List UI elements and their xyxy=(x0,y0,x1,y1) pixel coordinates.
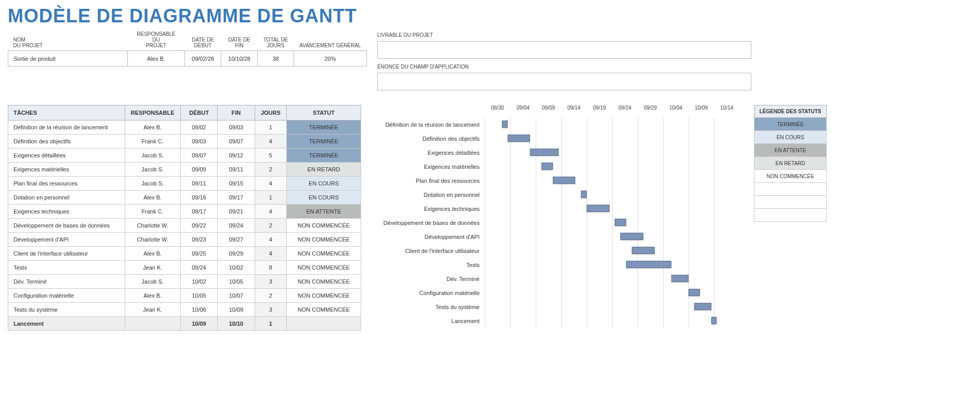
task-name-cell[interactable]: Tests xyxy=(8,261,125,275)
task-owner-cell[interactable]: Jean K. xyxy=(125,303,180,317)
task-end-cell[interactable]: 09/24 xyxy=(218,219,255,233)
task-status-cell[interactable]: TERMINÉE xyxy=(286,135,361,149)
task-start-cell[interactable]: 09/16 xyxy=(180,191,218,205)
task-days-cell[interactable]: 4 xyxy=(255,177,286,191)
task-days-cell[interactable]: 1 xyxy=(255,317,286,331)
task-days-cell[interactable]: 4 xyxy=(255,233,286,247)
task-name-cell[interactable]: Développement de bases de données xyxy=(8,219,125,233)
table-row[interactable]: Configuration matérielleAlex B.10/0510/0… xyxy=(8,289,361,303)
task-days-cell[interactable]: 2 xyxy=(255,219,286,233)
task-name-cell[interactable]: Développement d'API xyxy=(8,233,125,247)
task-name-cell[interactable]: Définition des objectifs xyxy=(8,135,125,149)
task-start-cell[interactable]: 09/23 xyxy=(180,233,218,247)
task-owner-cell[interactable]: Alex B. xyxy=(125,121,180,135)
task-end-cell[interactable]: 09/12 xyxy=(218,149,255,163)
task-end-cell[interactable]: 09/15 xyxy=(218,177,255,191)
table-row[interactable]: Dév. TerminéJacob S.10/0210/053NON COMME… xyxy=(8,275,361,289)
task-start-cell[interactable]: 09/09 xyxy=(180,163,218,177)
task-status-cell[interactable]: TERMINÉE xyxy=(286,121,361,135)
task-owner-cell[interactable] xyxy=(125,317,180,331)
task-start-cell[interactable]: 10/02 xyxy=(180,275,218,289)
task-end-cell[interactable]: 10/05 xyxy=(218,275,255,289)
table-row[interactable]: Définition de la réunion de lancementAle… xyxy=(8,121,361,135)
summary-fin[interactable]: 10/10/28 xyxy=(221,51,258,66)
summary-debut[interactable]: 09/02/28 xyxy=(185,51,221,66)
task-status-cell[interactable]: NON COMMENCÉE xyxy=(286,275,361,289)
task-status-cell[interactable]: EN ATTENTE xyxy=(286,205,361,219)
task-name-cell[interactable]: Client de l'interface utilisateur xyxy=(8,247,125,261)
task-start-cell[interactable]: 09/17 xyxy=(180,205,218,219)
task-name-cell[interactable]: Exigences matérielles xyxy=(8,163,125,177)
task-owner-cell[interactable]: Jacob S. xyxy=(125,177,180,191)
task-start-cell[interactable]: 10/06 xyxy=(180,303,218,317)
task-days-cell[interactable]: 3 xyxy=(255,275,286,289)
task-status-cell[interactable]: NON COMMENCÉE xyxy=(286,233,361,247)
task-end-cell[interactable]: 09/29 xyxy=(218,247,255,261)
task-status-cell[interactable]: EN COURS xyxy=(286,191,361,205)
task-start-cell[interactable]: 09/11 xyxy=(180,177,218,191)
task-owner-cell[interactable]: Jacob S. xyxy=(125,149,180,163)
task-owner-cell[interactable]: Jacob S. xyxy=(125,163,180,177)
task-owner-cell[interactable]: Alex B. xyxy=(125,289,180,303)
task-name-cell[interactable]: Exigences détaillées xyxy=(8,149,125,163)
summary-jours[interactable]: 38 xyxy=(258,51,294,66)
task-name-cell[interactable]: Configuration matérielle xyxy=(8,289,125,303)
task-status-cell[interactable]: NON COMMENCÉE xyxy=(286,219,361,233)
summary-nom[interactable]: Sortie de produit xyxy=(8,51,128,66)
task-name-cell[interactable]: Lancement xyxy=(8,317,125,331)
task-end-cell[interactable]: 09/07 xyxy=(218,135,255,149)
table-row[interactable]: Exigences matériellesJacob S.09/0909/112… xyxy=(8,163,361,177)
task-days-cell[interactable]: 5 xyxy=(255,149,286,163)
table-row[interactable]: Plan final des ressourcesJacob S.09/1109… xyxy=(8,177,361,191)
task-end-cell[interactable]: 10/09 xyxy=(218,303,255,317)
task-start-cell[interactable]: 09/03 xyxy=(180,135,218,149)
task-start-cell[interactable]: 10/09 xyxy=(180,317,218,331)
task-end-cell[interactable]: 09/21 xyxy=(218,205,255,219)
task-owner-cell[interactable]: Jean K. xyxy=(125,261,180,275)
task-days-cell[interactable]: 1 xyxy=(255,121,286,135)
task-days-cell[interactable]: 1 xyxy=(255,191,286,205)
task-status-cell[interactable]: NON COMMENCÉE xyxy=(286,303,361,317)
livrable-input[interactable] xyxy=(377,41,751,59)
table-row[interactable]: Définition des objectifsFrank C.09/0309/… xyxy=(8,135,361,149)
summary-responsable[interactable]: Alex B. xyxy=(128,51,185,66)
scope-input[interactable] xyxy=(377,73,751,90)
task-status-cell[interactable]: EN COURS xyxy=(286,177,361,191)
task-end-cell[interactable]: 09/11 xyxy=(218,163,255,177)
task-start-cell[interactable]: 10/05 xyxy=(180,289,218,303)
table-row[interactable]: TestsJean K.09/2410/028NON COMMENCÉE xyxy=(8,261,361,275)
task-start-cell[interactable]: 09/24 xyxy=(180,261,218,275)
task-days-cell[interactable]: 2 xyxy=(255,289,286,303)
task-days-cell[interactable]: 2 xyxy=(255,163,286,177)
task-end-cell[interactable]: 10/02 xyxy=(218,261,255,275)
task-owner-cell[interactable]: Charlotte W. xyxy=(125,233,180,247)
task-end-cell[interactable]: 09/27 xyxy=(218,233,255,247)
task-end-cell[interactable]: 10/10 xyxy=(218,317,255,331)
task-status-cell[interactable]: NON COMMENCÉE xyxy=(286,247,361,261)
task-days-cell[interactable]: 3 xyxy=(255,303,286,317)
task-status-cell[interactable]: TERMINÉE xyxy=(286,149,361,163)
task-start-cell[interactable]: 09/22 xyxy=(180,219,218,233)
table-row[interactable]: Tests du systèmeJean K.10/0610/093NON CO… xyxy=(8,303,361,317)
task-start-cell[interactable]: 09/02 xyxy=(180,121,218,135)
task-status-cell[interactable]: NON COMMENCÉE xyxy=(286,261,361,275)
table-row[interactable]: Exigences techniquesFrank C.09/1709/214E… xyxy=(8,205,361,219)
table-row[interactable]: Client de l'interface utilisateurAlex B.… xyxy=(8,247,361,261)
task-name-cell[interactable]: Dév. Terminé xyxy=(8,275,125,289)
task-name-cell[interactable]: Plan final des ressources xyxy=(8,177,125,191)
table-row[interactable]: Développement de bases de donnéesCharlot… xyxy=(8,219,361,233)
table-row[interactable]: Lancement10/0910/101 xyxy=(8,317,361,331)
summary-avancement[interactable]: 20% xyxy=(294,51,367,66)
task-owner-cell[interactable]: Alex B. xyxy=(125,247,180,261)
task-name-cell[interactable]: Dotation en personnel xyxy=(8,191,125,205)
task-start-cell[interactable]: 09/07 xyxy=(180,149,218,163)
task-name-cell[interactable]: Définition de la réunion de lancement xyxy=(8,121,125,135)
task-owner-cell[interactable]: Jacob S. xyxy=(125,275,180,289)
task-owner-cell[interactable]: Frank C. xyxy=(125,135,180,149)
task-days-cell[interactable]: 8 xyxy=(255,261,286,275)
task-days-cell[interactable]: 4 xyxy=(255,247,286,261)
task-end-cell[interactable]: 10/07 xyxy=(218,289,255,303)
task-status-cell[interactable] xyxy=(286,317,361,331)
task-status-cell[interactable]: NON COMMENCÉE xyxy=(286,289,361,303)
task-owner-cell[interactable]: Alex B. xyxy=(125,191,180,205)
